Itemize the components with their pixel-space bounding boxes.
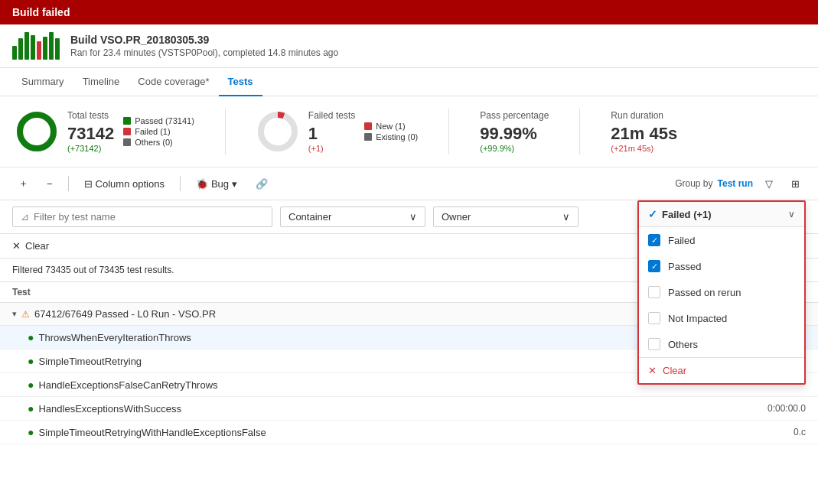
passed-checkbox[interactable]: ✓ — [648, 260, 660, 272]
test-pass-icon-1: ● — [28, 355, 34, 367]
dropdown-chevron-icon: ∨ — [788, 209, 795, 219]
bar-3 — [24, 32, 29, 60]
svg-point-1 — [20, 115, 54, 148]
bar-1 — [12, 46, 17, 60]
pass-pct-sub: (+99.9%) — [480, 144, 549, 153]
owner-select[interactable]: Owner ∨ — [433, 206, 578, 227]
test-row-3[interactable]: ● HandlesExceptionsWithSuccess 0:00:00.0 — [0, 397, 818, 421]
build-failed-bar: Build failed — [0, 0, 818, 24]
filter-icon: ▽ — [765, 178, 773, 190]
test-pass-icon-3: ● — [28, 402, 34, 415]
test-row-4[interactable]: ● SimpleTimeoutRetryingWithHandleExcepti… — [0, 421, 818, 444]
columns-icon: ⊟ — [84, 178, 93, 190]
test-row-name-3: HandlesExceptionsWithSuccess — [38, 403, 740, 415]
total-tests-legend: Passed (73141) Failed (1) Others (0) — [123, 116, 194, 147]
test-row-name-1: SimpleTimeoutRetrying — [38, 356, 740, 367]
failed-tests-sub: (+1) — [308, 144, 355, 153]
nav-tabs: Summary Timeline Code coverage* Tests — [0, 68, 818, 96]
legend-others: Others (0) — [123, 138, 194, 147]
dropdown-header[interactable]: ✓ Failed (+1) ∨ — [639, 202, 804, 227]
total-tests-info: Total tests 73142 (+73142) — [67, 110, 114, 153]
status-dropdown: ✓ Failed (+1) ∨ ✓ Failed ✓ Passed Passed… — [637, 200, 806, 385]
tab-summary[interactable]: Summary — [12, 68, 73, 96]
test-row-name-0: ThrowsWhenEveryIterationThrows — [38, 332, 740, 343]
legend-passed: Passed (73141) — [123, 116, 194, 125]
dropdown-selected: ✓ Failed (+1) — [648, 208, 712, 220]
legend-others-dot — [123, 138, 131, 146]
failed-tests-label: Failed tests — [308, 110, 355, 121]
bar-7 — [49, 32, 54, 60]
owner-chevron-icon: ∨ — [562, 211, 570, 223]
clear-label: Clear — [25, 240, 49, 252]
failed-checkbox[interactable]: ✓ — [648, 234, 660, 246]
filter-funnel-icon: ⊿ — [21, 211, 29, 223]
filter-icon-button[interactable]: ▽ — [759, 175, 779, 193]
bug-chevron-icon: ▾ — [232, 178, 237, 190]
sep-1 — [225, 109, 226, 154]
group-by-value: Test run — [718, 178, 753, 189]
build-subtitle: Ran for 23.4 minutes (VSTSP0Pool), compl… — [70, 47, 338, 58]
tab-timeline[interactable]: Timeline — [73, 68, 129, 96]
collapse-button[interactable]: − — [41, 175, 59, 193]
test-row-name-4: SimpleTimeoutRetryingWithHandleException… — [38, 427, 740, 438]
dropdown-item-not-impacted[interactable]: Not Impacted — [639, 305, 804, 331]
bar-4 — [31, 35, 35, 60]
run-dur-block: Run duration 21m 45s (+21m 45s) — [611, 110, 677, 153]
container-label: Container — [288, 211, 331, 223]
dropdown-item-failed[interactable]: ✓ Failed — [639, 227, 804, 253]
dropdown-clear-button[interactable]: ✕ Clear — [639, 357, 804, 383]
pass-pct-label: Pass percentage — [480, 110, 549, 121]
dropdown-item-others[interactable]: Others — [639, 331, 804, 357]
filter-input-wrap[interactable]: ⊿ — [12, 206, 272, 227]
not-impacted-label: Not Impacted — [668, 313, 727, 324]
sep-2 — [448, 109, 449, 154]
dropdown-selected-label: Failed (+1) — [662, 209, 712, 220]
others-label: Others — [668, 339, 698, 350]
group-chevron-icon[interactable]: ▾ — [12, 309, 17, 319]
build-title-block: Build VSO.PR_20180305.39 Ran for 23.4 mi… — [70, 34, 338, 58]
failed-tests-value: 1 — [308, 124, 355, 144]
test-pass-icon-0: ● — [28, 331, 34, 343]
dropdown-item-passed[interactable]: ✓ Passed — [639, 253, 804, 279]
legend-new-dot — [364, 122, 372, 130]
not-impacted-checkbox[interactable] — [648, 312, 660, 324]
minus-icon: − — [47, 178, 53, 190]
tab-tests[interactable]: Tests — [219, 68, 262, 96]
pass-pct-block: Pass percentage 99.99% (+99.9%) — [480, 110, 549, 153]
build-icon-bars — [12, 32, 60, 60]
test-row-val-3: 0:00:00.0 — [745, 403, 806, 414]
filter-row: ⊿ Container ∨ Owner ∨ ✓ Failed (+1) ∨ ✓ … — [0, 200, 818, 234]
test-row-name-2: HandleExceptionsFalseCanRetryThrows — [38, 379, 740, 391]
failed-tests-legend: New (1) Existing (0) — [364, 122, 418, 141]
others-checkbox[interactable] — [648, 338, 660, 350]
passed-on-rerun-checkbox[interactable] — [648, 286, 660, 298]
legend-existing: Existing (0) — [364, 132, 418, 141]
legend-passed-dot — [123, 117, 131, 125]
clear-x-icon: ✕ — [648, 365, 657, 376]
group-row-label: 67412/67649 Passed - L0 Run - VSO.PR — [34, 308, 216, 320]
total-tests-value: 73142 — [67, 124, 114, 144]
total-donut — [15, 110, 58, 153]
legend-existing-label: Existing (0) — [376, 132, 418, 141]
legend-failed: Failed (1) — [123, 127, 194, 136]
clear-button[interactable]: ✕ Clear — [12, 240, 49, 252]
container-select[interactable]: Container ∨ — [280, 206, 425, 227]
layout-button[interactable]: ⊞ — [785, 175, 806, 193]
build-info-row: Build VSO.PR_20180305.39 Ran for 23.4 mi… — [0, 24, 818, 68]
filtered-info-text: Filtered 73435 out of 73435 test results… — [12, 265, 174, 275]
dropdown-item-passed-on-rerun[interactable]: Passed on rerun — [639, 279, 804, 305]
legend-others-label: Others (0) — [135, 138, 173, 147]
add-button[interactable]: ＋ — [12, 174, 34, 193]
group-by-label: Group by — [675, 178, 712, 189]
bug-button[interactable]: 🐞 Bug ▾ — [190, 175, 243, 193]
run-dur-sub: (+21m 45s) — [611, 144, 677, 153]
failed-item-label: Failed — [668, 235, 695, 246]
filter-by-test-name-input[interactable] — [34, 211, 264, 223]
link-button[interactable]: 🔗 — [249, 175, 274, 193]
column-options-button[interactable]: ⊟ Column options — [78, 175, 171, 193]
legend-existing-dot — [364, 133, 372, 141]
toolbar-sep-1 — [68, 176, 69, 191]
pass-pct-value: 99.99% — [480, 124, 549, 144]
tab-code-coverage[interactable]: Code coverage* — [129, 68, 218, 96]
stats-row: Total tests 73142 (+73142) Passed (73141… — [0, 96, 818, 167]
